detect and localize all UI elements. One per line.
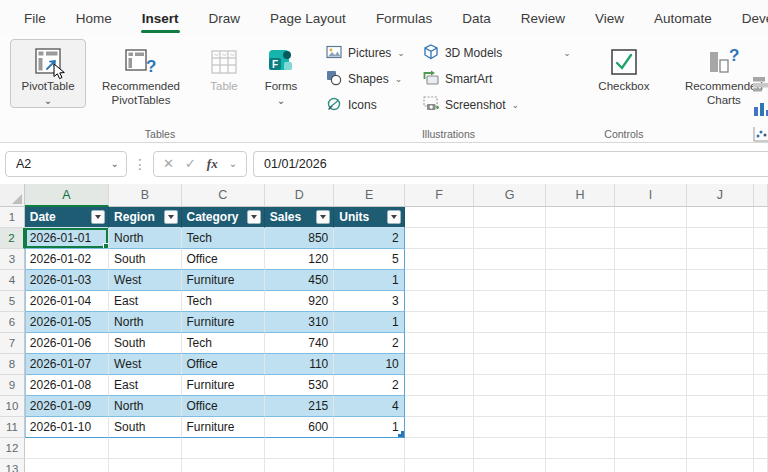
- cell-D10[interactable]: 215: [265, 396, 334, 417]
- cell-I6[interactable]: [615, 312, 686, 333]
- cell-K13[interactable]: [754, 459, 768, 472]
- cell-K6[interactable]: [754, 312, 768, 333]
- cell-G5[interactable]: [474, 291, 545, 312]
- cell-A12[interactable]: [25, 438, 109, 459]
- filter-button-category[interactable]: [247, 210, 261, 224]
- tab-file[interactable]: File: [22, 0, 48, 36]
- cell-E13[interactable]: [334, 459, 404, 472]
- cell-E3[interactable]: 5: [334, 249, 404, 270]
- name-box[interactable]: A2 ⌄: [5, 151, 127, 177]
- cell-F13[interactable]: [405, 459, 474, 472]
- cell-A11[interactable]: 2026-01-10: [25, 417, 109, 438]
- cell-J3[interactable]: [687, 249, 754, 270]
- cell-F9[interactable]: [405, 375, 474, 396]
- cell-E1[interactable]: Units: [334, 207, 404, 228]
- cell-D6[interactable]: 310: [265, 312, 334, 333]
- cell-I1[interactable]: [615, 207, 686, 228]
- icons-button[interactable]: Icons: [322, 93, 409, 117]
- column-header-B[interactable]: B: [109, 184, 181, 207]
- smartart-button[interactable]: SmartArt: [419, 67, 575, 91]
- cell-A9[interactable]: 2026-01-08: [25, 375, 109, 396]
- cell-D2[interactable]: 850: [265, 228, 334, 249]
- cell-B8[interactable]: West: [109, 354, 181, 375]
- row-header-3[interactable]: 3: [0, 249, 25, 270]
- tab-review[interactable]: Review: [519, 0, 567, 36]
- cell-E10[interactable]: 4: [334, 396, 404, 417]
- cell-J8[interactable]: [687, 354, 754, 375]
- cell-H7[interactable]: [546, 333, 615, 354]
- cell-K7[interactable]: [754, 333, 768, 354]
- cell-F11[interactable]: [405, 417, 474, 438]
- cell-B12[interactable]: [109, 438, 181, 459]
- cell-G10[interactable]: [474, 396, 545, 417]
- cell-B9[interactable]: East: [109, 375, 181, 396]
- cell-J5[interactable]: [687, 291, 754, 312]
- filter-button-sales[interactable]: [316, 210, 330, 224]
- column-header-J[interactable]: J: [687, 184, 754, 207]
- tab-home[interactable]: Home: [74, 0, 114, 36]
- cell-F1[interactable]: [405, 207, 474, 228]
- cell-E5[interactable]: 3: [334, 291, 404, 312]
- cell-H6[interactable]: [546, 312, 615, 333]
- enter-button[interactable]: ✓: [185, 156, 196, 171]
- cell-I7[interactable]: [615, 333, 686, 354]
- cell-H13[interactable]: [546, 459, 615, 472]
- cell-I12[interactable]: [615, 438, 686, 459]
- row-header-13[interactable]: 13: [0, 459, 25, 472]
- cell-D13[interactable]: [265, 459, 334, 472]
- cell-F10[interactable]: [405, 396, 474, 417]
- cell-B7[interactable]: South: [109, 333, 181, 354]
- row-header-12[interactable]: 12: [0, 438, 25, 459]
- filter-button-units[interactable]: [387, 210, 401, 224]
- cell-B4[interactable]: West: [109, 270, 181, 291]
- row-header-10[interactable]: 10: [0, 396, 25, 417]
- cell-H2[interactable]: [546, 228, 615, 249]
- cell-D1[interactable]: Sales: [265, 207, 334, 228]
- column-header-F[interactable]: F: [405, 184, 474, 207]
- column-header-D[interactable]: D: [265, 184, 334, 207]
- cell-B11[interactable]: South: [109, 417, 181, 438]
- cell-K11[interactable]: [754, 417, 768, 438]
- cell-F5[interactable]: [405, 291, 474, 312]
- cell-F6[interactable]: [405, 312, 474, 333]
- cell-K3[interactable]: [754, 249, 768, 270]
- cell-I10[interactable]: [615, 396, 686, 417]
- cell-H5[interactable]: [546, 291, 615, 312]
- cell-C10[interactable]: Office: [182, 396, 265, 417]
- cell-J6[interactable]: [687, 312, 754, 333]
- cell-A7[interactable]: 2026-01-06: [25, 333, 109, 354]
- row-header-1[interactable]: 1: [0, 207, 25, 228]
- row-header-8[interactable]: 8: [0, 354, 25, 375]
- cancel-button[interactable]: ✕: [163, 156, 174, 171]
- cell-J2[interactable]: [687, 228, 754, 249]
- filter-button-date[interactable]: [91, 210, 105, 224]
- cell-B3[interactable]: South: [109, 249, 181, 270]
- cell-F2[interactable]: [405, 228, 474, 249]
- cell-D11[interactable]: 600: [265, 417, 334, 438]
- row-header-4[interactable]: 4: [0, 270, 25, 291]
- cell-B13[interactable]: [109, 459, 181, 472]
- cell-B10[interactable]: North: [109, 396, 181, 417]
- cell-H3[interactable]: [546, 249, 615, 270]
- cell-E4[interactable]: 1: [334, 270, 404, 291]
- cell-J1[interactable]: [687, 207, 754, 228]
- cell-J11[interactable]: [687, 417, 754, 438]
- cell-F8[interactable]: [405, 354, 474, 375]
- cell-B1[interactable]: Region: [109, 207, 181, 228]
- cell-G7[interactable]: [474, 333, 545, 354]
- cell-G8[interactable]: [474, 354, 545, 375]
- cell-D9[interactable]: 530: [265, 375, 334, 396]
- cell-I2[interactable]: [615, 228, 686, 249]
- table-resize-handle[interactable]: [398, 431, 404, 437]
- cell-C2[interactable]: Tech: [182, 228, 265, 249]
- cell-K10[interactable]: [754, 396, 768, 417]
- row-header-5[interactable]: 5: [0, 291, 25, 312]
- cell-A8[interactable]: 2026-01-07: [25, 354, 109, 375]
- cell-C13[interactable]: [182, 459, 265, 472]
- cell-K2[interactable]: [754, 228, 768, 249]
- column-header-C[interactable]: C: [182, 184, 265, 207]
- cell-J12[interactable]: [687, 438, 754, 459]
- cell-A2[interactable]: 2026-01-01: [25, 228, 109, 249]
- cell-C3[interactable]: Office: [182, 249, 265, 270]
- cell-J7[interactable]: [687, 333, 754, 354]
